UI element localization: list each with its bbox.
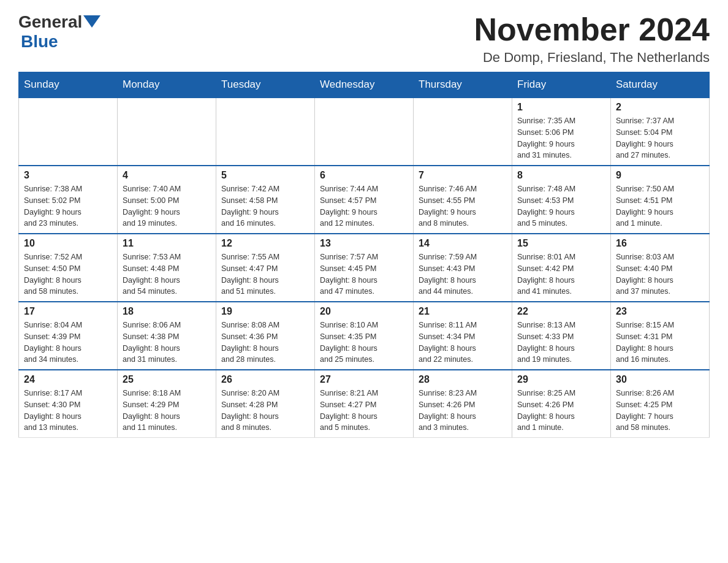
calendar-cell bbox=[216, 98, 315, 166]
calendar-cell bbox=[315, 98, 414, 166]
day-number: 15 bbox=[517, 238, 605, 249]
day-number: 23 bbox=[616, 306, 704, 317]
calendar-cell: 14Sunrise: 7:59 AM Sunset: 4:43 PM Dayli… bbox=[414, 234, 512, 302]
calendar-cell: 27Sunrise: 8:21 AM Sunset: 4:27 PM Dayli… bbox=[315, 370, 414, 438]
day-info: Sunrise: 8:04 AM Sunset: 4:39 PM Dayligh… bbox=[24, 320, 112, 366]
day-info: Sunrise: 7:55 AM Sunset: 4:47 PM Dayligh… bbox=[221, 251, 309, 297]
day-info: Sunrise: 8:25 AM Sunset: 4:26 PM Dayligh… bbox=[517, 388, 605, 434]
day-number: 16 bbox=[616, 238, 704, 249]
calendar-cell: 3Sunrise: 7:38 AM Sunset: 5:02 PM Daylig… bbox=[19, 166, 118, 234]
calendar-cell: 5Sunrise: 7:42 AM Sunset: 4:58 PM Daylig… bbox=[216, 166, 315, 234]
calendar-week-2: 3Sunrise: 7:38 AM Sunset: 5:02 PM Daylig… bbox=[19, 166, 710, 234]
calendar-cell: 26Sunrise: 8:20 AM Sunset: 4:28 PM Dayli… bbox=[216, 370, 315, 438]
day-number: 8 bbox=[517, 170, 605, 181]
day-number: 22 bbox=[517, 306, 605, 317]
day-number: 20 bbox=[320, 306, 408, 317]
calendar-cell: 30Sunrise: 8:26 AM Sunset: 4:25 PM Dayli… bbox=[611, 370, 710, 438]
day-info: Sunrise: 7:40 AM Sunset: 5:00 PM Dayligh… bbox=[123, 183, 211, 229]
logo-area: General Blue bbox=[18, 12, 100, 52]
header-wednesday: Wednesday bbox=[315, 72, 414, 98]
calendar-cell: 16Sunrise: 8:03 AM Sunset: 4:40 PM Dayli… bbox=[611, 234, 710, 302]
calendar-week-4: 17Sunrise: 8:04 AM Sunset: 4:39 PM Dayli… bbox=[19, 302, 710, 370]
day-info: Sunrise: 8:06 AM Sunset: 4:38 PM Dayligh… bbox=[123, 320, 211, 366]
calendar-week-3: 10Sunrise: 7:52 AM Sunset: 4:50 PM Dayli… bbox=[19, 234, 710, 302]
day-info: Sunrise: 8:21 AM Sunset: 4:27 PM Dayligh… bbox=[320, 388, 408, 434]
day-info: Sunrise: 7:35 AM Sunset: 5:06 PM Dayligh… bbox=[517, 115, 605, 161]
day-info: Sunrise: 7:57 AM Sunset: 4:45 PM Dayligh… bbox=[320, 251, 408, 297]
day-number: 3 bbox=[24, 170, 112, 181]
day-info: Sunrise: 8:15 AM Sunset: 4:31 PM Dayligh… bbox=[616, 320, 704, 366]
day-info: Sunrise: 7:48 AM Sunset: 4:53 PM Dayligh… bbox=[517, 183, 605, 229]
day-info: Sunrise: 7:42 AM Sunset: 4:58 PM Dayligh… bbox=[221, 183, 309, 229]
calendar-week-5: 24Sunrise: 8:17 AM Sunset: 4:30 PM Dayli… bbox=[19, 370, 710, 438]
header-saturday: Saturday bbox=[611, 72, 710, 98]
calendar-cell bbox=[19, 98, 118, 166]
day-number: 6 bbox=[320, 170, 408, 181]
header-friday: Friday bbox=[512, 72, 611, 98]
calendar-cell bbox=[414, 98, 512, 166]
day-info: Sunrise: 8:26 AM Sunset: 4:25 PM Dayligh… bbox=[616, 388, 704, 434]
calendar-cell: 17Sunrise: 8:04 AM Sunset: 4:39 PM Dayli… bbox=[19, 302, 118, 370]
calendar-cell: 2Sunrise: 7:37 AM Sunset: 5:04 PM Daylig… bbox=[611, 98, 710, 166]
day-number: 5 bbox=[221, 170, 309, 181]
calendar-cell: 20Sunrise: 8:10 AM Sunset: 4:35 PM Dayli… bbox=[315, 302, 414, 370]
calendar-cell: 29Sunrise: 8:25 AM Sunset: 4:26 PM Dayli… bbox=[512, 370, 611, 438]
day-info: Sunrise: 8:23 AM Sunset: 4:26 PM Dayligh… bbox=[419, 388, 507, 434]
calendar-cell: 10Sunrise: 7:52 AM Sunset: 4:50 PM Dayli… bbox=[19, 234, 118, 302]
header: General Blue November 2024 De Domp, Frie… bbox=[18, 12, 710, 66]
day-number: 10 bbox=[24, 238, 112, 249]
logo: General bbox=[18, 12, 100, 32]
header-row: Sunday Monday Tuesday Wednesday Thursday… bbox=[19, 72, 710, 98]
day-info: Sunrise: 8:03 AM Sunset: 4:40 PM Dayligh… bbox=[616, 251, 704, 297]
calendar-week-1: 1Sunrise: 7:35 AM Sunset: 5:06 PM Daylig… bbox=[19, 98, 710, 166]
day-info: Sunrise: 8:20 AM Sunset: 4:28 PM Dayligh… bbox=[221, 388, 309, 434]
calendar-cell: 13Sunrise: 7:57 AM Sunset: 4:45 PM Dayli… bbox=[315, 234, 414, 302]
header-thursday: Thursday bbox=[414, 72, 512, 98]
calendar-cell: 11Sunrise: 7:53 AM Sunset: 4:48 PM Dayli… bbox=[118, 234, 216, 302]
header-sunday: Sunday bbox=[19, 72, 118, 98]
calendar-cell: 4Sunrise: 7:40 AM Sunset: 5:00 PM Daylig… bbox=[118, 166, 216, 234]
day-info: Sunrise: 8:17 AM Sunset: 4:30 PM Dayligh… bbox=[24, 388, 112, 434]
day-number: 24 bbox=[24, 374, 112, 385]
calendar-cell: 8Sunrise: 7:48 AM Sunset: 4:53 PM Daylig… bbox=[512, 166, 611, 234]
day-info: Sunrise: 7:37 AM Sunset: 5:04 PM Dayligh… bbox=[616, 115, 704, 161]
calendar-cell: 6Sunrise: 7:44 AM Sunset: 4:57 PM Daylig… bbox=[315, 166, 414, 234]
day-number: 19 bbox=[221, 306, 309, 317]
day-info: Sunrise: 7:46 AM Sunset: 4:55 PM Dayligh… bbox=[419, 183, 507, 229]
calendar-cell: 9Sunrise: 7:50 AM Sunset: 4:51 PM Daylig… bbox=[611, 166, 710, 234]
calendar-cell: 24Sunrise: 8:17 AM Sunset: 4:30 PM Dayli… bbox=[19, 370, 118, 438]
day-number: 11 bbox=[123, 238, 211, 249]
day-number: 12 bbox=[221, 238, 309, 249]
day-number: 25 bbox=[123, 374, 211, 385]
logo-general-text: General bbox=[18, 12, 82, 32]
calendar-cell: 18Sunrise: 8:06 AM Sunset: 4:38 PM Dayli… bbox=[118, 302, 216, 370]
calendar-cell bbox=[118, 98, 216, 166]
calendar-cell: 12Sunrise: 7:55 AM Sunset: 4:47 PM Dayli… bbox=[216, 234, 315, 302]
calendar-cell: 22Sunrise: 8:13 AM Sunset: 4:33 PM Dayli… bbox=[512, 302, 611, 370]
day-info: Sunrise: 7:44 AM Sunset: 4:57 PM Dayligh… bbox=[320, 183, 408, 229]
day-number: 30 bbox=[616, 374, 704, 385]
calendar-cell: 1Sunrise: 7:35 AM Sunset: 5:06 PM Daylig… bbox=[512, 98, 611, 166]
calendar-table: Sunday Monday Tuesday Wednesday Thursday… bbox=[18, 72, 710, 438]
calendar-cell: 15Sunrise: 8:01 AM Sunset: 4:42 PM Dayli… bbox=[512, 234, 611, 302]
logo-triangle-icon bbox=[83, 15, 100, 28]
day-info: Sunrise: 7:53 AM Sunset: 4:48 PM Dayligh… bbox=[123, 251, 211, 297]
day-number: 14 bbox=[419, 238, 507, 249]
logo-blue-text: Blue bbox=[21, 32, 58, 51]
calendar-cell: 7Sunrise: 7:46 AM Sunset: 4:55 PM Daylig… bbox=[414, 166, 512, 234]
day-number: 26 bbox=[221, 374, 309, 385]
day-info: Sunrise: 8:08 AM Sunset: 4:36 PM Dayligh… bbox=[221, 320, 309, 366]
day-number: 13 bbox=[320, 238, 408, 249]
day-number: 2 bbox=[616, 102, 704, 113]
day-number: 4 bbox=[123, 170, 211, 181]
calendar-cell: 28Sunrise: 8:23 AM Sunset: 4:26 PM Dayli… bbox=[414, 370, 512, 438]
day-info: Sunrise: 7:38 AM Sunset: 5:02 PM Dayligh… bbox=[24, 183, 112, 229]
day-info: Sunrise: 7:59 AM Sunset: 4:43 PM Dayligh… bbox=[419, 251, 507, 297]
day-number: 28 bbox=[419, 374, 507, 385]
day-number: 29 bbox=[517, 374, 605, 385]
header-tuesday: Tuesday bbox=[216, 72, 315, 98]
header-monday: Monday bbox=[118, 72, 216, 98]
day-number: 21 bbox=[419, 306, 507, 317]
day-number: 17 bbox=[24, 306, 112, 317]
calendar-cell: 23Sunrise: 8:15 AM Sunset: 4:31 PM Dayli… bbox=[611, 302, 710, 370]
